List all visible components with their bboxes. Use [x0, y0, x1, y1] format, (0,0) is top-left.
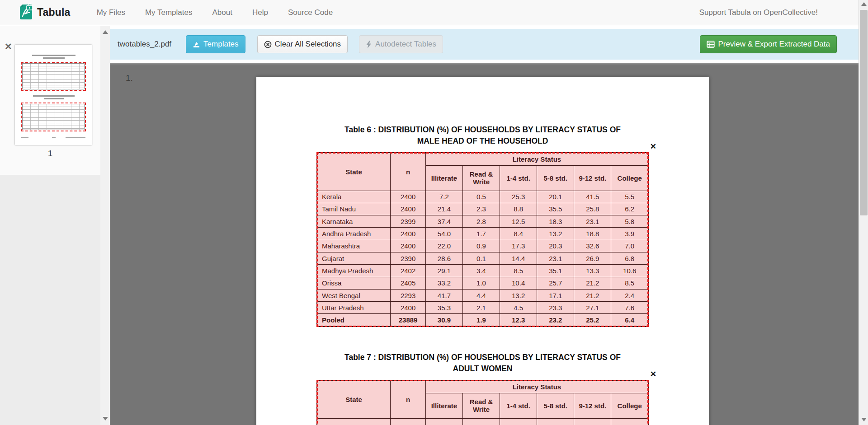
table6-title: Table 6 : DISTRIBUTION (%) OF HOUSEHOLDS…: [256, 124, 709, 147]
thumbnail-sidebar: ✕ 1: [0, 26, 110, 425]
thumb-title-line: [44, 98, 64, 99]
lightning-bolt-icon: [366, 41, 372, 48]
selection-close-icon-2[interactable]: ✕: [650, 369, 656, 379]
templates-icon: [193, 41, 200, 48]
nav-item-my-templates[interactable]: My Templates: [135, 4, 203, 22]
clear-all-label: Clear All Selections: [275, 39, 341, 50]
export-label: Preview & Export Extracted Data: [718, 39, 830, 50]
nav-item-help[interactable]: Help: [242, 4, 278, 22]
thumb-selection-1: [21, 62, 86, 91]
scroll-down-icon[interactable]: [103, 417, 108, 420]
brand-link[interactable]: Tabula: [19, 3, 71, 22]
autodetect-tables-button[interactable]: Autodetect Tables: [359, 35, 443, 54]
nav-item-my-files[interactable]: My Files: [87, 4, 135, 22]
preview-export-button[interactable]: Preview & Export Extracted Data: [700, 35, 837, 54]
window-scroll-thumb[interactable]: [860, 10, 868, 215]
thumb-footer-line: [21, 137, 28, 138]
thumb-footer-line: [52, 137, 56, 138]
tabula-logo-icon: [19, 3, 33, 22]
templates-button[interactable]: Templates: [186, 35, 245, 54]
thumbnail-page-number: 1: [0, 149, 100, 159]
clear-circle-x-icon: [264, 41, 272, 48]
window-scrollbar[interactable]: [859, 0, 868, 425]
thumb-selection-2: [21, 103, 86, 131]
thumbnail-panel: ✕ 1: [0, 26, 100, 175]
table7-title: Table 7 : DISTRIBUTION (%) OF HOUSEHOLDS…: [256, 352, 709, 375]
selection-table6: StatenLiteracy StatusIlliterateRead & Wr…: [316, 152, 649, 327]
window-scroll-down-icon[interactable]: [861, 418, 867, 421]
window-scroll-up-icon[interactable]: [861, 2, 867, 6]
sidebar-scrollbar[interactable]: [100, 26, 110, 425]
clear-all-selections-button[interactable]: Clear All Selections: [257, 35, 348, 54]
selection-close-icon-1[interactable]: ✕: [650, 142, 656, 151]
autodetect-label: Autodetect Tables: [375, 39, 436, 50]
page-thumbnail[interactable]: [15, 45, 92, 145]
pdf-toolbar: twotables_2.pdf Templates Clear All Sele…: [110, 29, 859, 60]
remove-page-icon[interactable]: ✕: [5, 42, 12, 51]
pdf-filename: twotables_2.pdf: [118, 40, 171, 49]
support-link[interactable]: Support Tabula on OpenCollective!: [699, 8, 818, 17]
brand-name: Tabula: [37, 6, 71, 19]
nav-item-about[interactable]: About: [202, 4, 242, 22]
pdf-page: Table 6 : DISTRIBUTION (%) OF HOUSEHOLDS…: [256, 77, 709, 425]
page-marker: 1.: [126, 73, 133, 83]
thumb-footer-line: [66, 137, 85, 138]
scroll-up-icon[interactable]: [103, 30, 108, 34]
selection-table7: StatenLiteracy StatusIlliterateRead & Wr…: [316, 380, 649, 425]
thumb-title-line: [32, 55, 75, 56]
nav-item-source-code[interactable]: Source Code: [278, 4, 343, 22]
document-viewer: 1. Table 6 : DISTRIBUTION (%) OF HOUSEHO…: [110, 63, 859, 425]
thumb-title-line: [33, 95, 75, 97]
nav-menu: My Files My Templates About Help Source …: [87, 4, 343, 22]
templates-label: Templates: [203, 39, 238, 50]
export-table-icon: [707, 41, 715, 48]
tabula-app: Tabula My Files My Templates About Help …: [0, 0, 868, 425]
thumb-title-line: [43, 57, 65, 59]
selection-overlay-2[interactable]: [316, 380, 649, 425]
selection-overlay-1[interactable]: [316, 152, 649, 327]
navbar: Tabula My Files My Templates About Help …: [0, 0, 859, 25]
